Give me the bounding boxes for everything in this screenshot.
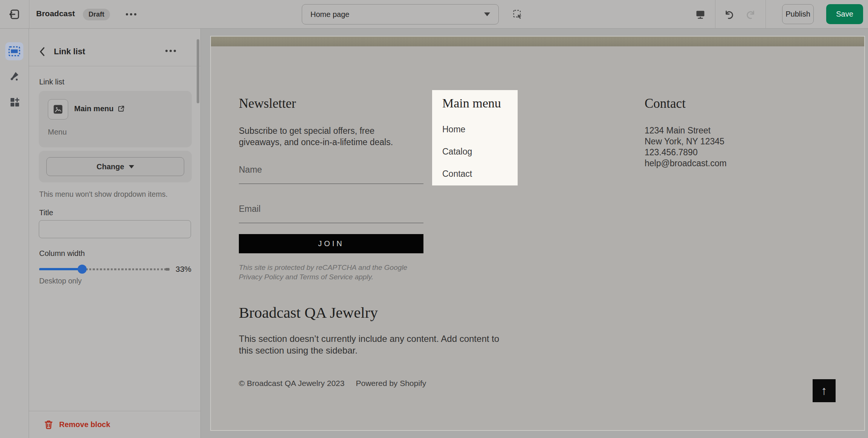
exit-icon: [8, 8, 20, 20]
paintbrush-icon: [8, 71, 20, 83]
title-input[interactable]: [39, 220, 191, 238]
remove-block-button[interactable]: Remove block: [29, 411, 200, 438]
linklist-setting-label: Link list: [39, 78, 64, 86]
arrow-up-icon: ↑: [821, 384, 827, 398]
column-width-label: Column width: [39, 249, 85, 258]
announcement-bar[interactable]: [211, 37, 864, 46]
column-width-control: 33%: [39, 264, 191, 274]
desktop-only-note: Desktop only: [39, 277, 190, 285]
menu-thumbnail[interactable]: [48, 99, 68, 119]
newsletter-email-input[interactable]: [239, 201, 423, 223]
sections-icon: [8, 46, 21, 57]
newsletter-description: Subscribe to get special offers, free gi…: [239, 125, 420, 148]
sidebar-scrollbar[interactable]: [197, 39, 199, 103]
contact-address-line: New York, NY 12345: [645, 136, 727, 147]
save-button[interactable]: Save: [826, 4, 863, 24]
main-menu-heading: Main menu: [442, 96, 501, 110]
marquee-select-icon: [512, 9, 523, 20]
image-thumbnail-icon: [52, 104, 64, 115]
column-width-slider[interactable]: [39, 264, 170, 274]
join-button[interactable]: JOIN: [239, 234, 423, 253]
menu-change-card: Change: [39, 151, 192, 182]
menu-link-catalog[interactable]: Catalog: [442, 147, 472, 156]
theme-more-menu[interactable]: [126, 13, 136, 15]
external-link-icon: [117, 105, 125, 113]
undo-button[interactable]: [723, 9, 735, 20]
menu-link-home[interactable]: Home: [442, 125, 472, 134]
exit-editor-button[interactable]: [5, 5, 23, 23]
monitor-icon: [695, 9, 706, 20]
footer-credits: © Broadcast QA Jewelry 2023 Powered by S…: [239, 379, 426, 388]
copyright-text: © Broadcast QA Jewelry 2023: [239, 379, 344, 388]
more-icon: [165, 50, 168, 52]
chevron-left-icon: [37, 46, 47, 57]
contact-address-line: 1234 Main Street: [645, 125, 727, 136]
sidebar-item-sections[interactable]: [5, 42, 23, 60]
menu-picker-card: Main menu Menu: [39, 91, 192, 147]
scroll-to-top-button[interactable]: ↑: [813, 379, 836, 402]
sidebar-item-theme-settings[interactable]: [5, 68, 23, 86]
shop-name-heading: Broadcast QA Jewelry: [239, 303, 378, 322]
storefront-preview-frame: Newsletter Subscribe to get special offe…: [210, 36, 865, 431]
newsletter-heading: Newsletter: [239, 96, 296, 111]
toolbar-divider: [29, 0, 29, 29]
column-width-knob[interactable]: [78, 265, 87, 274]
editor-left-nav: [0, 29, 29, 438]
powered-by-link[interactable]: Powered by Shopify: [356, 379, 426, 388]
sidebar-item-apps[interactable]: [5, 93, 23, 111]
toolbar-divider: [766, 0, 766, 29]
device-preview-button[interactable]: [695, 9, 706, 20]
contact-email: help@broadcast.com: [645, 158, 727, 169]
column-width-fill: [39, 268, 82, 270]
slider-track-end: [165, 268, 170, 271]
contact-phone: 123.456.7890: [645, 147, 727, 158]
contact-info: 1234 Main Street New York, NY 12345 123.…: [645, 125, 727, 169]
newsletter-name-input[interactable]: [239, 162, 423, 184]
recaptcha-note: This site is protected by reCAPTCHA and …: [239, 263, 424, 282]
panel-header: Link list: [29, 29, 200, 66]
page-selector-value: Home page: [310, 10, 349, 19]
main-menu-links: Home Catalog Contact: [442, 125, 472, 192]
title-field-label: Title: [39, 208, 53, 217]
chevron-down-icon: [129, 165, 134, 168]
change-menu-button[interactable]: Change: [46, 157, 184, 176]
selected-linklist-block[interactable]: Main menu Home Catalog Contact: [432, 90, 518, 185]
status-badge: Draft: [83, 9, 110, 20]
chevron-down-icon: [484, 12, 490, 16]
more-icon: [126, 13, 128, 15]
redo-button[interactable]: [745, 9, 756, 20]
selected-menu-link[interactable]: Main menu: [74, 104, 125, 113]
block-settings-panel: Link list Link list Main menu Menu Chang…: [29, 29, 201, 438]
undo-icon: [723, 9, 735, 20]
redo-icon: [745, 9, 756, 20]
theme-title: Broadcast: [36, 9, 75, 18]
publish-button[interactable]: Publish: [782, 4, 814, 24]
menu-helper-text: This menu won't show dropdown items.: [39, 190, 190, 199]
back-button[interactable]: [37, 46, 47, 57]
empty-section-message: This section doesn’t currently include a…: [239, 333, 507, 356]
top-toolbar: Broadcast Draft Home page Publish: [0, 0, 868, 29]
block-more-menu[interactable]: [165, 50, 176, 52]
apps-icon: [9, 96, 20, 107]
preview-canvas: Newsletter Subscribe to get special offe…: [201, 29, 868, 438]
trash-icon: [44, 420, 53, 430]
page-selector-dropdown[interactable]: Home page: [302, 4, 499, 25]
toolbar-divider: [715, 0, 715, 29]
contact-heading: Contact: [645, 96, 686, 111]
panel-title: Link list: [54, 47, 85, 57]
inspect-element-button[interactable]: [512, 9, 523, 20]
menu-type-caption: Menu: [48, 128, 67, 136]
column-width-value: 33%: [176, 265, 191, 274]
menu-link-contact[interactable]: Contact: [442, 170, 472, 178]
